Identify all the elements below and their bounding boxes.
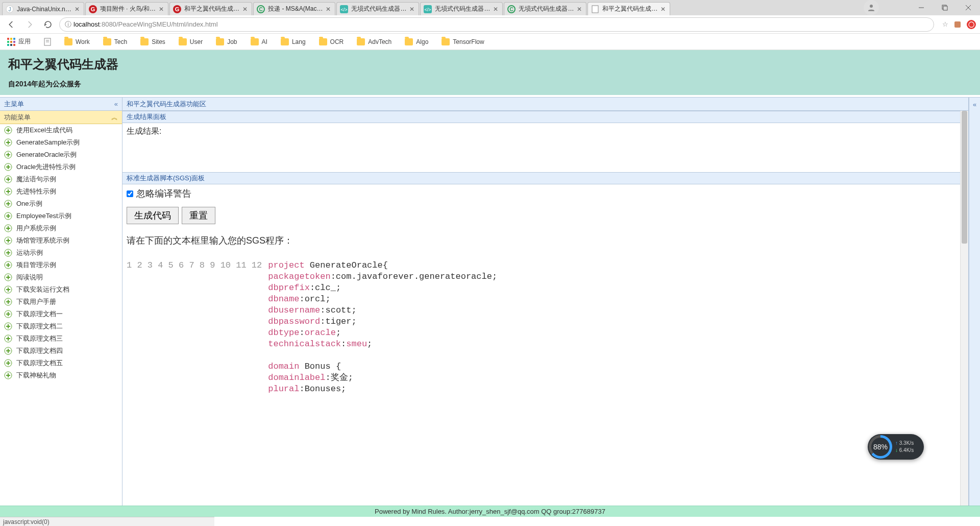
tab-close-icon[interactable]: ✕ [158, 6, 165, 13]
bookmark-label: Sites [152, 38, 165, 45]
page-subtitle: 自2014年起为公众服务 [8, 80, 972, 89]
tab-close-icon[interactable]: ✕ [576, 6, 583, 13]
page-header: 和平之翼代码生成器 自2014年起为公众服务 [0, 50, 980, 95]
tab-title: 投递 - MS&A(Mac… [268, 5, 323, 13]
tab-favicon-icon: C [507, 5, 516, 13]
apps-label: 应用 [18, 37, 31, 46]
tab-strip: JJava-ChinaUnix.n…✕G项目附件 · 火鸟/和…✕G和平之翼代码… [0, 0, 980, 15]
folder-icon [216, 38, 224, 45]
page-title: 和平之翼代码生成器 [8, 56, 972, 73]
address-input[interactable]: ⓘ localhost :8080 /PeaceWingSMEU/html/in… [59, 17, 934, 32]
browser-tab[interactable]: </>无埙式代码生成器…✕ [336, 2, 419, 15]
maximize-button[interactable] [933, 0, 957, 15]
bookmark-folder[interactable]: Lang [278, 36, 309, 47]
browser-tab[interactable]: G和平之翼代码生成…✕ [169, 2, 252, 15]
svg-text:J: J [9, 7, 11, 12]
bookmark-label: Algo [416, 38, 428, 45]
folder-icon [405, 38, 413, 45]
nav-back-button[interactable] [4, 17, 18, 32]
browser-tab[interactable]: C投递 - MS&A(Mac…✕ [253, 2, 335, 15]
svg-text:C: C [510, 7, 513, 12]
address-path: /PeaceWingSMEU/html/index.html [116, 20, 218, 28]
site-info-icon[interactable]: ⓘ [65, 20, 71, 29]
address-host: localhost [74, 20, 100, 28]
tab-favicon-icon: C [257, 5, 265, 13]
tab-title: Java-ChinaUnix.n… [17, 6, 71, 13]
bookmark-folder[interactable]: User [176, 36, 206, 47]
folder-icon [179, 38, 187, 45]
tab-title: 无埙式代码生成器… [435, 5, 490, 13]
bookmark-star-icon[interactable]: ☆ [942, 20, 948, 28]
svg-rect-21 [954, 21, 961, 28]
bookmark-label: User [190, 38, 203, 45]
browser-tab[interactable]: </>无埙式代码生成器…✕ [420, 2, 503, 15]
tab-favicon-icon: J [6, 5, 14, 13]
folder-icon [103, 38, 111, 45]
bookmark-label: Job [227, 38, 237, 45]
bookmark-label: Tech [114, 38, 127, 45]
folder-icon [281, 38, 289, 45]
tab-title: 无埙式代码生成器… [519, 5, 574, 13]
browser-tab[interactable]: G项目附件 · 火鸟/和…✕ [85, 2, 168, 15]
svg-rect-20 [592, 6, 598, 13]
bookmark-label: AdvTech [368, 38, 391, 45]
bookmark-folder[interactable]: Work [61, 36, 93, 47]
window-controls [864, 0, 980, 15]
bookmark-page-icon[interactable] [41, 36, 54, 48]
browser-tab[interactable]: 和平之翼代码生成…✕ [587, 2, 670, 15]
minimize-button[interactable] [910, 0, 933, 15]
tab-title: 和平之翼代码生成… [602, 5, 657, 13]
bookmark-folder[interactable]: Job [213, 36, 240, 47]
bookmark-folder[interactable]: AdvTech [354, 36, 395, 47]
tab-close-icon[interactable]: ✕ [241, 6, 249, 13]
adblock-icon[interactable]: ◯ [967, 20, 976, 29]
bookmarks-bar: 应用 WorkTechSitesUserJobAILangOCRAdvTechA… [0, 34, 980, 50]
folder-icon [251, 38, 259, 45]
nav-reload-button[interactable] [41, 17, 55, 32]
bookmark-folder[interactable]: AI [248, 36, 271, 47]
extension-icon[interactable] [953, 20, 962, 29]
bookmark-label: Lang [292, 38, 306, 45]
apps-button[interactable]: 应用 [4, 35, 34, 48]
tab-title: 和平之翼代码生成… [184, 5, 239, 13]
bookmark-label: Work [76, 38, 90, 45]
bookmark-folder[interactable]: Tech [100, 36, 130, 47]
svg-text:G: G [175, 6, 180, 12]
tab-title: 项目附件 · 火鸟/和… [100, 5, 156, 13]
bookmark-folder[interactable]: OCR [316, 36, 347, 47]
tab-close-icon[interactable]: ✕ [659, 6, 667, 13]
tab-favicon-icon: G [89, 5, 97, 13]
bookmark-folder[interactable]: TensorFlow [438, 36, 487, 47]
folder-icon [357, 38, 365, 45]
tab-favicon-icon [591, 5, 599, 13]
bookmark-label: OCR [330, 38, 344, 45]
tab-close-icon[interactable]: ✕ [325, 6, 332, 13]
bookmark-label: TensorFlow [453, 38, 484, 45]
svg-text:</>: </> [425, 7, 431, 12]
svg-rect-3 [943, 6, 947, 10]
nav-forward-button[interactable] [22, 17, 37, 32]
bookmark-folder[interactable]: Sites [137, 36, 168, 47]
folder-icon [319, 38, 327, 45]
folder-icon [442, 38, 450, 45]
svg-text:</>: </> [341, 7, 348, 12]
bookmark-label: AI [262, 38, 267, 45]
bookmark-folder[interactable]: Algo [402, 36, 431, 47]
tab-favicon-icon: </> [424, 5, 432, 13]
folder-icon [140, 38, 149, 45]
address-bar: ⓘ localhost :8080 /PeaceWingSMEU/html/in… [0, 15, 980, 34]
tab-close-icon[interactable]: ✕ [408, 6, 415, 13]
profile-avatar-icon[interactable] [864, 0, 879, 15]
tab-close-icon[interactable]: ✕ [492, 6, 499, 13]
browser-tab[interactable]: JJava-ChinaUnix.n…✕ [2, 2, 84, 15]
apps-grid-icon [7, 38, 15, 46]
tab-favicon-icon: </> [340, 5, 348, 13]
tab-favicon-icon: G [173, 5, 181, 13]
tab-title: 无埙式代码生成器… [351, 5, 406, 13]
svg-point-0 [870, 5, 873, 8]
svg-text:C: C [259, 7, 262, 12]
browser-tab[interactable]: C无埙式代码生成器…✕ [504, 2, 586, 15]
address-port: :8080 [100, 20, 116, 28]
tab-close-icon[interactable]: ✕ [74, 6, 81, 13]
close-window-button[interactable] [957, 0, 980, 15]
